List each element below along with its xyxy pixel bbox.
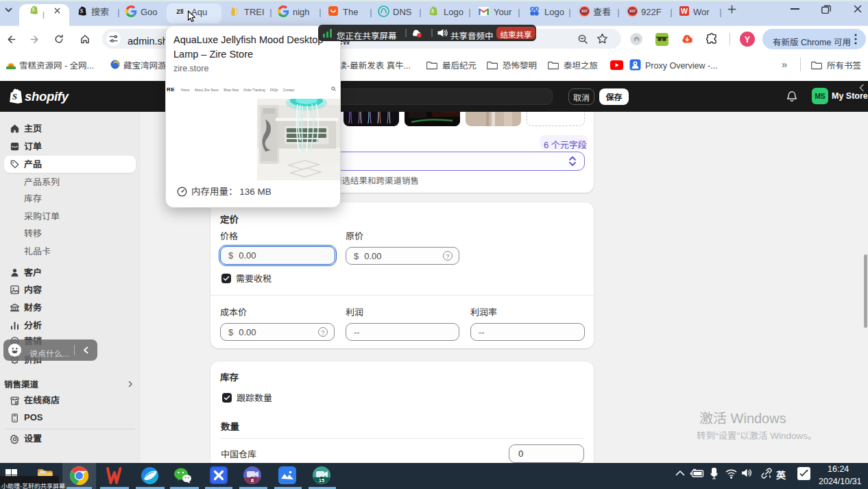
svg-text:W: W	[681, 5, 688, 16]
svg-text:S: S	[32, 7, 35, 13]
svg-text:S: S	[431, 8, 435, 14]
svg-text:922: 922	[581, 9, 588, 13]
svg-text:15: 15	[319, 476, 324, 484]
svg-text:S: S	[80, 8, 84, 14]
svg-text:8: 8	[251, 476, 254, 484]
svg-text:Z‖: Z‖	[176, 8, 184, 15]
svg-text:922: 922	[629, 9, 636, 13]
svg-text:S: S	[12, 91, 17, 102]
